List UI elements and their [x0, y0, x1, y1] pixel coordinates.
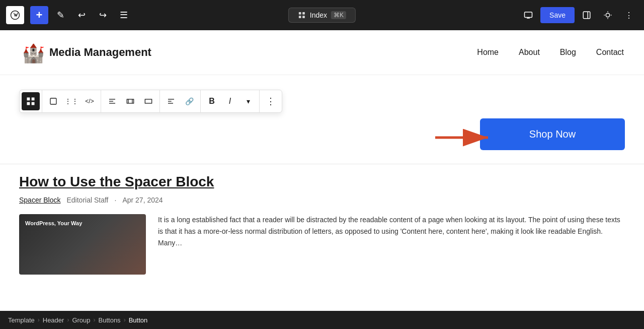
breadcrumb-current: Button: [129, 316, 148, 324]
index-pill[interactable]: Index ⌘K: [288, 8, 356, 23]
toolbar-right: Save ⋮: [519, 6, 638, 24]
post-content: WordPress, Your Way It is a long establi…: [19, 214, 625, 275]
post-area: How to Use the Spacer Block Spacer Block…: [19, 174, 625, 275]
svg-rect-26: [168, 101, 172, 101]
svg-point-7: [606, 13, 610, 17]
svg-rect-16: [32, 102, 35, 105]
svg-text:🏰: 🏰: [22, 42, 44, 64]
site-logo-area: 🏰 Media Management: [20, 40, 151, 64]
block-type-group: [20, 90, 42, 112]
block-toolbar: ⋮⋮ </> 🔗 B: [19, 90, 282, 113]
align-wide-btn[interactable]: [121, 92, 139, 110]
nav-item-home[interactable]: Home: [477, 48, 499, 57]
index-shortcut: ⌘K: [331, 11, 346, 19]
site-preview: 🏰 Media Management Home About Blog Conta…: [0, 30, 644, 311]
svg-rect-5: [583, 12, 590, 19]
main-canvas: 🏰 Media Management Home About Blog Conta…: [0, 30, 644, 311]
svg-rect-3: [302, 16, 305, 18]
svg-rect-17: [50, 98, 56, 104]
svg-rect-18: [109, 99, 115, 99]
italic-btn[interactable]: I: [221, 92, 239, 110]
rich-text-group: B I ▾: [201, 90, 260, 112]
nav-item-contact[interactable]: Contact: [596, 48, 624, 57]
link-btn[interactable]: 🔗: [180, 92, 198, 110]
post-date: Apr 27, 2024: [122, 196, 163, 204]
more-options-button[interactable]: ⋮: [620, 6, 638, 24]
desktop-view-button[interactable]: [519, 6, 537, 24]
sidebar-toggle-button[interactable]: [578, 6, 596, 24]
post-thumbnail: WordPress, Your Way: [19, 214, 146, 275]
more-options-group: ⋮: [260, 90, 282, 112]
alignment-group: [101, 90, 160, 112]
post-tag[interactable]: Spacer Block: [19, 196, 60, 204]
svg-rect-4: [525, 12, 532, 18]
svg-rect-15: [27, 102, 30, 105]
wp-logo: [6, 6, 24, 24]
svg-rect-25: [168, 99, 174, 99]
align-left-btn[interactable]: [103, 92, 121, 110]
nav-item-about[interactable]: About: [519, 48, 540, 57]
index-pill-container: Index ⌘K: [288, 8, 356, 23]
post-title[interactable]: How to Use the Spacer Block: [19, 174, 625, 190]
blog-area: How to Use the Spacer Block Spacer Block…: [19, 174, 625, 275]
section-divider: [0, 164, 644, 164]
block-controls-group: ⋮⋮ </>: [42, 90, 101, 112]
theme-toggle-button[interactable]: [599, 6, 617, 24]
breadcrumb: Template › Header › Group › Buttons › Bu…: [0, 311, 644, 329]
svg-rect-14: [32, 98, 35, 101]
thumbnail-text: WordPress, Your Way: [25, 220, 82, 226]
site-title: Media Management: [49, 46, 151, 59]
site-logo-icon: 🏰: [20, 40, 44, 64]
bold-btn[interactable]: B: [203, 92, 221, 110]
shop-now-button[interactable]: Shop Now: [480, 118, 625, 150]
block-options-btn[interactable]: ⋮: [262, 92, 280, 110]
breadcrumb-header[interactable]: Header: [43, 316, 64, 324]
breadcrumb-group[interactable]: Group: [72, 316, 90, 324]
text-align-btn[interactable]: [162, 92, 180, 110]
format-group: 🔗: [160, 90, 201, 112]
list-view-button[interactable]: ☰: [115, 6, 133, 24]
redo-button[interactable]: ↪: [94, 6, 112, 24]
editor-toolbar: + ✎ ↩ ↪ ☰ Index ⌘K Save ⋮: [0, 0, 644, 30]
breadcrumb-sep-4: ›: [124, 316, 126, 323]
post-excerpt: It is a long established fact that a rea…: [158, 214, 625, 275]
undo-button[interactable]: ↩: [72, 6, 91, 24]
arrow-indicator: [435, 127, 496, 150]
post-separator: ·: [115, 196, 117, 204]
edit-tool-button[interactable]: ✎: [51, 6, 69, 24]
post-meta: Spacer Block Editorial Staff · Apr 27, 2…: [19, 196, 625, 204]
svg-rect-2: [299, 16, 301, 18]
breadcrumb-sep-3: ›: [94, 316, 96, 323]
inline-toggle-btn[interactable]: [44, 92, 62, 110]
more-rich-btn[interactable]: ▾: [239, 92, 257, 110]
drag-btn[interactable]: ⋮⋮: [62, 92, 80, 110]
svg-rect-27: [168, 103, 173, 103]
svg-rect-20: [109, 103, 115, 103]
svg-rect-0: [299, 12, 301, 15]
svg-rect-1: [302, 12, 305, 15]
breadcrumb-sep-2: ›: [67, 316, 69, 323]
svg-rect-24: [145, 99, 151, 103]
site-nav: Home About Blog Contact: [477, 48, 624, 57]
nav-item-blog[interactable]: Blog: [560, 48, 576, 57]
save-button[interactable]: Save: [540, 7, 575, 23]
breadcrumb-template[interactable]: Template: [8, 316, 35, 324]
post-author: Editorial Staff: [66, 196, 108, 204]
add-block-button[interactable]: +: [30, 6, 48, 24]
site-header: 🏰 Media Management Home About Blog Conta…: [0, 30, 644, 75]
breadcrumb-sep-1: ›: [38, 316, 40, 323]
block-type-button[interactable]: [22, 92, 40, 110]
svg-rect-19: [109, 101, 113, 101]
svg-rect-13: [27, 98, 30, 101]
align-full-btn[interactable]: [139, 92, 157, 110]
breadcrumb-buttons[interactable]: Buttons: [99, 316, 121, 324]
index-label: Index: [310, 11, 327, 19]
shop-now-area: Shop Now: [480, 118, 625, 150]
code-btn[interactable]: </>: [80, 92, 99, 110]
